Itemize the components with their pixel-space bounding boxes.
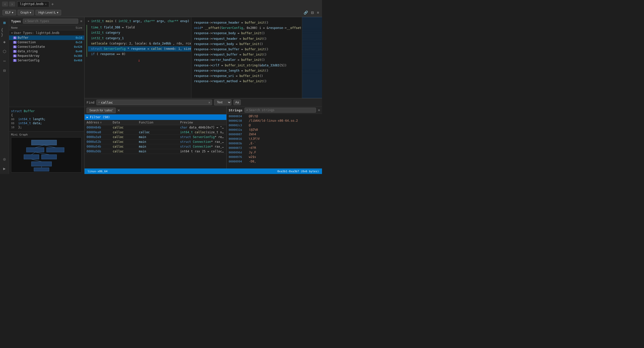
buffer-badge: S (13, 36, 17, 39)
bottom-panel: Find ⌕ ✕ Text Hex Regex Aa (85, 98, 322, 168)
param-envp: envp) (180, 19, 189, 23)
sidebar-icon-dashboard[interactable]: ⊞ (1, 19, 8, 26)
string-addr-2: 000002c3 (229, 124, 246, 127)
sidebar-icon-flow[interactable]: ⋯ (1, 57, 8, 64)
connectionstate-size: 0x428 (74, 45, 82, 49)
tree-item-datastring[interactable]: S data_string 0x48 (9, 49, 84, 54)
strings-search-box[interactable]: ⌕ (245, 108, 316, 113)
string-row-0[interactable]: 00000034 @8\t@ (227, 114, 322, 118)
function-name: main (106, 19, 113, 23)
filter-bar[interactable]: ▶ Filter (50) (85, 114, 226, 120)
sidebar-icon-tag[interactable]: ◈ (1, 38, 8, 45)
string-row-8[interactable]: 0000096d Jy.F (227, 150, 322, 155)
connection-name: Connection (18, 40, 75, 44)
code-line-1: int32_t category (88, 30, 191, 35)
code-main[interactable]: ✶ int32_t main ( int32_t argc, char** ar… (85, 17, 191, 98)
split-icon[interactable]: ⊟ (310, 10, 314, 15)
tree-item-connection[interactable]: S Connection 0x18 (9, 40, 84, 45)
active-tab[interactable]: lighttpd.bndb ✕ (17, 1, 49, 7)
struct-preview: struct Buffer { 00 int64_t length; 08 in… (9, 107, 84, 131)
tab-close-button[interactable]: ✕ (45, 3, 47, 6)
field-name-length: length; (33, 117, 46, 121)
nav-back-button[interactable]: ‹ (2, 2, 8, 7)
find-clear-button[interactable]: ✕ (208, 100, 210, 104)
tree-section-usertypes[interactable]: ▾ User Types: lighttpd.bndb (9, 30, 84, 35)
elf-dropdown[interactable]: ELF ▾ (3, 10, 16, 15)
tree-item-serverconfig[interactable]: S ServerConfig 0x468 (9, 58, 84, 63)
find-type-select[interactable]: Text Hex Regex (214, 99, 231, 105)
result-row-2[interactable]: 0000a3a9 calloc main struct ServerConfig… (85, 135, 226, 140)
code-right-panel[interactable]: response->response_header = buffer_init(… (191, 17, 302, 98)
status-left: linux-x86_64 (88, 170, 107, 173)
result-row-0[interactable]: 0000484b calloc char data_484b[0x7] = "c… (85, 125, 226, 130)
string-row-3[interactable]: 0000032a (@Z%0 (227, 127, 322, 132)
string-row-6[interactable]: 0000083b ,E-` (227, 141, 322, 146)
tree-item-connectionstate[interactable]: S ConnectionState 0x428 (9, 45, 84, 49)
add-tab-button[interactable]: + (51, 2, 54, 7)
result-row-5[interactable]: 0000a56b calloc main int64 t rax 25 = ca… (85, 149, 226, 154)
string-val-7: ~d?R (249, 146, 256, 150)
name-col-header: Name (11, 26, 69, 29)
right-line-10: response->response_uri = buffer_init() (191, 73, 302, 79)
col-header-address[interactable]: Address ↑ (87, 121, 112, 124)
sidebar-icon-search[interactable]: ◎ (1, 155, 8, 162)
types-search-icon: ⌕ (25, 20, 26, 23)
col-header-data[interactable]: Data (113, 121, 138, 124)
sidebar-icon-code[interactable]: { } (1, 29, 8, 36)
result-row-3[interactable]: 0000a52b calloc main struct Connection* … (85, 140, 226, 144)
result-preview-0: char data_484b[0x7] = "calloc (180, 126, 224, 129)
code-line-0: time_t field_308 = field (88, 25, 191, 30)
search-calloc-close[interactable]: ✕ (117, 108, 120, 112)
offset-00: 00 (11, 118, 14, 121)
menu-icon[interactable]: ≡ (316, 10, 319, 15)
svg-rect-0 (31, 140, 57, 145)
sidebar-icon-terminal[interactable]: ▶ (1, 165, 8, 172)
graph-dropdown[interactable]: Graph ▾ (18, 10, 34, 15)
col-header-function[interactable]: Function (139, 121, 179, 124)
string-addr-4: 00000807 (229, 133, 246, 136)
string-row-2[interactable]: 000002c3 @ (227, 123, 322, 127)
string-row-4[interactable]: 00000807 Zmh4 (227, 132, 322, 137)
svg-rect-1 (26, 148, 44, 152)
match-case-button[interactable]: Aa (233, 100, 241, 105)
code-view: ✶ int32_t main ( int32_t argc, char** ar… (85, 17, 322, 98)
types-search-input[interactable] (27, 19, 76, 23)
size-col-header: Size (70, 26, 82, 29)
string-row-7[interactable]: 00000872 ~d?R (227, 146, 322, 150)
sidebar-icon-grid[interactable]: ⊟ (1, 67, 8, 74)
string-row-1[interactable]: 00000238 /lib64/ld-linux-x86-64.so.2 (227, 118, 322, 123)
find-bar: Find ⌕ ✕ Text Hex Regex Aa (85, 98, 322, 107)
right-line-11: response->request_method = buffer_init() (191, 79, 302, 84)
datastring-size: 0x48 (76, 50, 83, 53)
highlevel-dropdown[interactable]: High Level IL ▾ (35, 10, 61, 15)
col-header-preview[interactable]: Preview (180, 121, 224, 124)
types-tree-header: Name Size (9, 25, 84, 30)
result-row-1[interactable]: 00009ea0 calloc calloc int64_t calloc(si… (85, 130, 226, 135)
find-label: Find (87, 101, 94, 104)
sidebar-icon-bug[interactable]: ⬡ (1, 48, 8, 55)
toolbar: ELF ▾ Graph ▾ High Level IL ▾ 🔗 ⊟ ≡ (0, 8, 322, 17)
string-row-5[interactable]: 00000816 \tJF)V (227, 137, 322, 141)
string-row-9[interactable]: 00000976 w2$s (227, 155, 322, 159)
types-menu-button[interactable]: ≡ (80, 19, 82, 23)
search-for-calloc-button[interactable]: Search for 'calloc' (87, 108, 116, 113)
search-calloc-bar: Search for 'calloc' ✕ (85, 107, 226, 114)
address-sort-icon: ↑ (100, 121, 102, 124)
tree-item-requestarray[interactable]: S RequestArray 0x388 (9, 54, 84, 58)
result-row-4[interactable]: 0000a54b calloc main struct Connection* … (85, 144, 226, 149)
result-func-1: calloc (139, 130, 179, 134)
param-type-1: int32_t (118, 19, 131, 23)
link-icon[interactable]: 🔗 (303, 10, 308, 15)
nav-forward-button[interactable]: › (9, 2, 15, 7)
find-input[interactable] (101, 101, 207, 104)
strings-search-input[interactable] (249, 108, 314, 112)
tab-label: lighttpd.bndb (20, 2, 44, 6)
string-row-10[interactable]: 00000994 -D8, (227, 159, 322, 164)
strings-menu-button[interactable]: ≡ (318, 108, 320, 112)
types-search-box[interactable]: ⌕ (23, 19, 78, 24)
strings-list: 00000034 @8\t@ 00000238 /lib64/ld-linux-… (227, 114, 322, 168)
minimap[interactable] (302, 17, 322, 98)
find-input-wrap[interactable]: ⌕ ✕ (96, 100, 212, 105)
field-type-length: int64_t (18, 117, 31, 121)
tree-item-buffer[interactable]: S Buffer 0x10 (9, 35, 84, 40)
